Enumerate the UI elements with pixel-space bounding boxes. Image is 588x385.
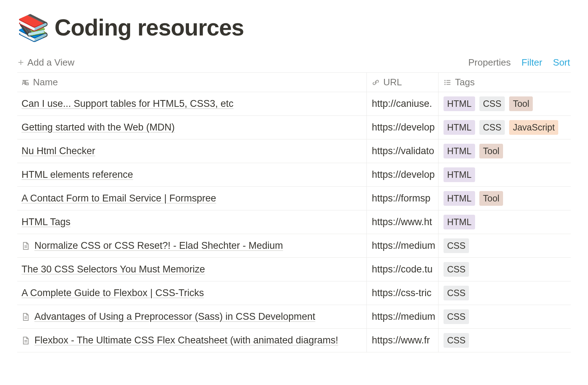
page-icon	[22, 313, 30, 321]
cell-tags[interactable]: CSS	[438, 329, 571, 352]
table-body: Can I use... Support tables for HTML5, C…	[17, 92, 571, 352]
link-property-icon	[372, 79, 380, 86]
tag-badge: HTML	[444, 96, 475, 111]
tag-badge: CSS	[444, 309, 469, 324]
row-name: HTML Tags	[22, 217, 71, 228]
tag-badge: CSS	[444, 238, 469, 253]
page-icon	[22, 336, 30, 345]
row-url: https://code.tu	[372, 264, 433, 275]
table-row[interactable]: HTML Tagshttps://www.htHTML	[17, 210, 571, 234]
cell-name[interactable]: Flexbox - The Ultimate CSS Flex Cheatshe…	[17, 329, 367, 352]
row-url: https://develop	[372, 122, 435, 133]
tag-badge: HTML	[444, 167, 475, 182]
cell-url[interactable]: https://www.fr	[367, 329, 438, 352]
cell-tags[interactable]: CSS	[438, 234, 571, 257]
row-url: https://develop	[372, 169, 435, 180]
cell-name[interactable]: HTML Tags	[17, 210, 367, 234]
table-row[interactable]: Can I use... Support tables for HTML5, C…	[17, 92, 571, 116]
page-title[interactable]: Coding resources	[54, 14, 244, 41]
table-row[interactable]: Getting started with the Web (MDN)https:…	[17, 116, 571, 139]
row-name: HTML elements reference	[22, 169, 133, 180]
row-name: The 30 CSS Selectors You Must Memorize	[22, 264, 205, 275]
cell-url[interactable]: https://develop	[367, 116, 438, 139]
row-name: A Contact Form to Email Service | Formsp…	[22, 193, 216, 204]
column-header-url[interactable]: URL	[367, 73, 438, 92]
tag-badge: Tool	[479, 191, 503, 206]
row-name: Can I use... Support tables for HTML5, C…	[22, 98, 233, 109]
row-url: http://caniuse.	[372, 98, 432, 109]
cell-tags[interactable]: HTMLTool	[438, 139, 571, 163]
plus-icon: +	[18, 57, 24, 68]
tag-badge: HTML	[444, 191, 475, 206]
column-name-label: Name	[33, 77, 58, 88]
properties-button[interactable]: Properties	[468, 57, 511, 68]
tag-badge: CSS	[444, 333, 469, 348]
column-tags-label: Tags	[455, 77, 475, 88]
table-row[interactable]: A Contact Form to Email Service | Formsp…	[17, 187, 571, 210]
svg-point-4	[444, 84, 445, 85]
svg-rect-3	[446, 82, 450, 82]
row-url: https://validato	[372, 146, 434, 157]
table-row[interactable]: HTML elements referencehttps://developHT…	[17, 163, 571, 187]
table-row[interactable]: The 30 CSS Selectors You Must Memorizeht…	[17, 258, 571, 281]
tag-badge: HTML	[444, 120, 475, 135]
cell-url[interactable]: https://medium	[367, 234, 438, 257]
cell-name[interactable]: Advantages of Using a Preprocessor (Sass…	[17, 305, 367, 328]
add-view-label: Add a View	[27, 57, 74, 68]
column-header-tags[interactable]: Tags	[438, 73, 571, 92]
cell-name[interactable]: HTML elements reference	[17, 163, 367, 186]
row-url: https://medium	[372, 311, 435, 322]
table-row[interactable]: Advantages of Using a Preprocessor (Sass…	[17, 305, 571, 329]
filter-button[interactable]: Filter	[522, 57, 542, 68]
tag-badge: CSS	[444, 286, 469, 300]
row-url: https://css-tric	[372, 287, 432, 299]
tag-badge: CSS	[479, 96, 505, 111]
table-row[interactable]: Normalize CSS or CSS Reset?! - Elad Shec…	[17, 234, 571, 258]
cell-url[interactable]: https://www.ht	[367, 210, 438, 234]
cell-url[interactable]: https://validato	[367, 139, 438, 163]
table-row[interactable]: Nu Html Checkerhttps://validatoHTMLTool	[17, 139, 571, 163]
multiselect-property-icon	[444, 79, 451, 86]
cell-name[interactable]: A Complete Guide to Flexbox | CSS-Tricks	[17, 281, 367, 305]
cell-url[interactable]: https://develop	[367, 163, 438, 186]
database-table: Name URL Tags Can I use... Support table…	[17, 72, 571, 352]
table-row[interactable]: A Complete Guide to Flexbox | CSS-Tricks…	[17, 281, 571, 305]
column-header-name[interactable]: Name	[17, 73, 367, 92]
row-url: https://medium	[372, 240, 435, 251]
cell-url[interactable]: https://code.tu	[367, 258, 438, 281]
text-property-icon	[22, 79, 29, 86]
tag-badge: CSS	[479, 120, 505, 135]
cell-tags[interactable]: HTML	[438, 163, 571, 186]
cell-name[interactable]: Normalize CSS or CSS Reset?! - Elad Shec…	[17, 234, 367, 257]
cell-tags[interactable]: CSS	[438, 281, 571, 305]
add-view-button[interactable]: + Add a View	[18, 57, 74, 68]
table-row[interactable]: Flexbox - The Ultimate CSS Flex Cheatshe…	[17, 329, 571, 352]
view-toolbar: + Add a View Properties Filter Sort	[17, 57, 571, 68]
cell-url[interactable]: https://css-tric	[367, 281, 438, 305]
tag-badge: Tool	[509, 96, 533, 111]
row-name: Nu Html Checker	[22, 146, 95, 157]
cell-tags[interactable]: CSS	[438, 305, 571, 328]
table-header-row: Name URL Tags	[17, 72, 571, 92]
cell-name[interactable]: Can I use... Support tables for HTML5, C…	[17, 92, 367, 115]
cell-tags[interactable]: HTMLCSSJavaScript	[438, 116, 571, 139]
row-name: Advantages of Using a Preprocessor (Sass…	[34, 311, 315, 322]
cell-tags[interactable]: HTML	[438, 210, 571, 234]
tag-badge: CSS	[444, 262, 469, 277]
cell-tags[interactable]: HTMLTool	[438, 187, 571, 210]
books-icon[interactable]: 📚	[17, 15, 49, 41]
page-icon	[22, 242, 30, 250]
row-name: A Complete Guide to Flexbox | CSS-Tricks	[22, 287, 204, 299]
cell-url[interactable]: https://medium	[367, 305, 438, 328]
cell-tags[interactable]: CSS	[438, 258, 571, 281]
row-name: Getting started with the Web (MDN)	[22, 122, 175, 133]
cell-name[interactable]: The 30 CSS Selectors You Must Memorize	[17, 258, 367, 281]
cell-url[interactable]: http://caniuse.	[367, 92, 438, 115]
cell-name[interactable]: Getting started with the Web (MDN)	[17, 116, 367, 139]
cell-name[interactable]: Nu Html Checker	[17, 139, 367, 163]
tag-badge: Tool	[479, 144, 503, 158]
cell-name[interactable]: A Contact Form to Email Service | Formsp…	[17, 187, 367, 210]
cell-tags[interactable]: HTMLCSSTool	[438, 92, 571, 115]
cell-url[interactable]: https://formsp	[367, 187, 438, 210]
sort-button[interactable]: Sort	[553, 57, 570, 68]
